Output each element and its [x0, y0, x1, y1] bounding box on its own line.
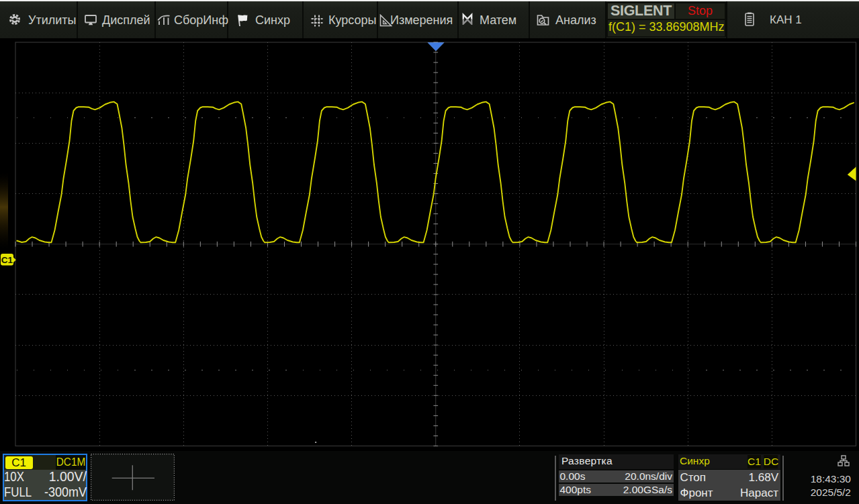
svg-text:C1: C1: [1, 255, 13, 265]
